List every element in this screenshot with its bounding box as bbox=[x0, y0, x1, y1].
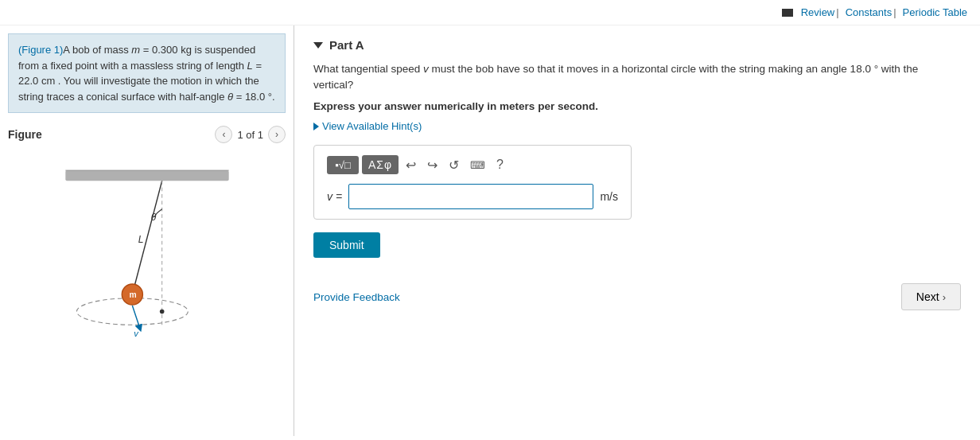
review-link[interactable]: Review bbox=[801, 6, 835, 18]
express-text: Express your answer numerically in meter… bbox=[313, 100, 961, 112]
answer-box: ▪√□ ΑΣφ ↩ ↪ ↺ ⌨ ? v = m/s bbox=[313, 145, 632, 220]
periodic-table-link[interactable]: Periodic Table bbox=[903, 6, 967, 18]
part-a-header: Part A bbox=[313, 38, 961, 52]
collapse-arrow-icon[interactable] bbox=[313, 42, 323, 49]
top-bar: Review | Constants | Periodic Table bbox=[0, 0, 980, 25]
svg-line-2 bbox=[132, 181, 161, 294]
feedback-link[interactable]: Provide Feedback bbox=[313, 291, 400, 303]
svg-rect-0 bbox=[65, 170, 228, 181]
svg-point-9 bbox=[159, 310, 164, 314]
hint-arrow-icon bbox=[313, 123, 319, 130]
keyboard-button[interactable]: ⌨ bbox=[466, 158, 489, 173]
hint-link[interactable]: View Available Hint(s) bbox=[313, 120, 422, 132]
submit-button[interactable]: Submit bbox=[313, 232, 380, 258]
hint-label: View Available Hint(s) bbox=[322, 120, 422, 132]
math-editor-button[interactable]: ▪√□ bbox=[327, 156, 359, 174]
answer-unit: m/s bbox=[600, 190, 618, 203]
figure-drawing: θ L m v bbox=[28, 150, 266, 372]
separator-2: | bbox=[893, 6, 896, 18]
question-text: What tangential speed v must the bob hav… bbox=[313, 61, 961, 94]
refresh-button[interactable]: ↺ bbox=[445, 156, 463, 174]
answer-row: v = m/s bbox=[327, 184, 618, 209]
figure-svg: θ L m v bbox=[28, 150, 266, 372]
constants-link[interactable]: Constants bbox=[846, 6, 892, 18]
answer-input[interactable] bbox=[348, 184, 593, 209]
separator-1: | bbox=[836, 6, 838, 18]
problem-text: (Figure 1)A bob of mass m = 0.300 kg is … bbox=[8, 33, 286, 113]
figure-prev-button[interactable]: ‹ bbox=[215, 126, 232, 143]
left-panel: (Figure 1)A bob of mass m = 0.300 kg is … bbox=[0, 25, 294, 436]
answer-label: v = bbox=[327, 190, 342, 203]
right-panel: Part A What tangential speed v must the … bbox=[294, 25, 980, 436]
undo-button[interactable]: ↩ bbox=[402, 156, 420, 174]
figure-next-button[interactable]: › bbox=[268, 126, 286, 143]
figure-nav-text: 1 of 1 bbox=[237, 129, 263, 141]
figure-title: Figure bbox=[8, 128, 42, 141]
main-layout: (Figure 1)A bob of mass m = 0.300 kg is … bbox=[0, 25, 980, 436]
figure-nav: ‹ 1 of 1 › bbox=[215, 126, 286, 143]
figure-ref: (Figure 1) bbox=[18, 44, 63, 56]
redo-button[interactable]: ↪ bbox=[423, 156, 441, 174]
svg-text:θ: θ bbox=[150, 212, 156, 223]
svg-text:m: m bbox=[129, 290, 136, 299]
bottom-row: Provide Feedback Next › bbox=[313, 283, 961, 310]
next-chevron-icon: › bbox=[943, 291, 946, 303]
toolbar: ▪√□ ΑΣφ ↩ ↪ ↺ ⌨ ? bbox=[327, 155, 618, 174]
figure-header: Figure ‹ 1 of 1 › bbox=[8, 126, 286, 143]
help-button[interactable]: ? bbox=[492, 156, 508, 173]
symbol-button[interactable]: ΑΣφ bbox=[362, 155, 399, 174]
figure-section: Figure ‹ 1 of 1 › bbox=[8, 126, 286, 428]
part-a-label: Part A bbox=[329, 38, 364, 52]
review-icon bbox=[782, 9, 793, 17]
svg-text:v: v bbox=[134, 329, 139, 338]
next-label: Next bbox=[916, 290, 939, 303]
svg-text:L: L bbox=[138, 234, 143, 245]
next-button[interactable]: Next › bbox=[901, 283, 961, 310]
